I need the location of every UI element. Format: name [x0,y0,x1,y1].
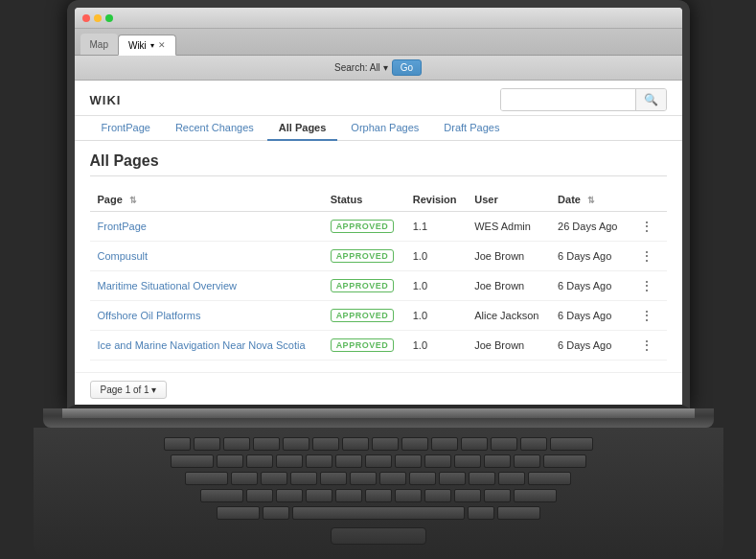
page-link[interactable]: Compusult [98,250,149,262]
cell-page: Maritime Situational Overview [90,271,323,301]
nav-all-pages[interactable]: All Pages [267,116,338,141]
close-button[interactable] [82,14,90,22]
search-all-label[interactable]: Search: All ▾ [334,62,388,73]
browser-titlebar [75,8,682,29]
col-date: Date ⇅ [550,188,629,212]
cell-user: WES Admin [467,212,550,242]
page-content: All Pages Page ⇅ Status Rev [75,141,682,372]
key [261,472,287,485]
key [185,472,228,485]
laptop-screen: Map Wiki ▾ ✕ Search: All ▾ Go [67,0,690,408]
key [484,489,511,502]
cell-page: FrontPage [90,212,323,242]
cell-page: Ice and Marine Navigation Near Nova Scot… [90,331,323,361]
nav-orphan-pages[interactable]: Orphan Pages [339,116,430,141]
laptop-base [43,408,714,428]
key [439,472,466,485]
cell-status: APPROVED [323,242,405,271]
tab-dropdown-icon: ▾ [150,41,154,50]
cell-date: 6 Days Ago [550,271,629,301]
cell-revision: 1.0 [405,331,468,361]
table-row: Offshore Oil Platforms APPROVED 1.0 Alic… [90,301,667,331]
key [454,489,481,502]
status-badge: APPROVED [331,309,395,322]
key [424,454,451,468]
key [424,489,451,502]
cell-user: Joe Brown [467,331,550,361]
row-action-menu[interactable]: ⋮ [636,278,657,293]
keyboard-row-5 [53,506,704,520]
key [350,472,377,485]
key [231,472,258,485]
tab-map-label: Map [90,39,108,50]
page-selector-label: Page 1 of 1 ▾ [101,384,157,395]
row-action-menu[interactable]: ⋮ [636,248,657,264]
cell-date: 26 Days Ago [550,212,629,242]
key [401,437,428,451]
cell-page: Compusult [90,242,323,271]
minimize-button[interactable] [94,14,102,22]
key [200,489,243,502]
key [246,489,273,502]
key [164,437,191,451]
key [543,454,586,468]
keyboard-row-2 [53,454,704,468]
keyboard-rows [53,437,704,520]
page-link[interactable]: Ice and Marine Navigation Near Nova Scot… [98,339,306,351]
laptop: Map Wiki ▾ ✕ Search: All ▾ Go [14,0,743,559]
wiki-search-button[interactable]: 🔍 [635,89,666,110]
page-selector[interactable]: Page 1 of 1 ▾ [90,381,168,399]
cell-actions: ⋮ [629,242,667,271]
tab-close-icon[interactable]: ✕ [158,40,166,50]
key [253,437,280,451]
key [497,506,540,520]
key [469,472,495,485]
nav-draft-pages[interactable]: Draft Pages [432,116,511,141]
cell-revision: 1.0 [405,301,468,331]
key [246,454,273,468]
row-action-menu[interactable]: ⋮ [636,338,657,353]
status-badge: APPROVED [331,249,395,263]
key [276,454,303,468]
table-row: Maritime Situational Overview APPROVED 1… [90,271,667,301]
wiki-search-input[interactable] [501,89,635,110]
page-link[interactable]: Maritime Situational Overview [98,280,238,291]
cell-status: APPROVED [323,271,405,301]
key [528,472,571,485]
pages-table: Page ⇅ Status Revision User Date ⇅ [90,188,667,361]
row-action-menu[interactable]: ⋮ [636,308,657,323]
key [372,437,399,451]
date-sort-icon[interactable]: ⇅ [587,196,595,205]
nav-frontpage[interactable]: FrontPage [90,116,162,141]
key [365,489,392,502]
key [223,437,250,451]
tab-bar: Map Wiki ▾ ✕ [75,29,682,56]
status-badge: APPROVED [331,279,395,292]
cell-revision: 1.1 [405,212,468,242]
cell-date: 6 Days Ago [550,331,629,361]
key [454,454,481,468]
trackpad-area [53,527,704,545]
row-action-menu[interactable]: ⋮ [636,219,657,234]
spacebar-key [292,506,465,520]
key [217,454,243,468]
address-bar: Search: All ▾ Go [75,56,682,81]
tab-wiki[interactable]: Wiki ▾ ✕ [118,35,176,56]
nav-recent-changes[interactable]: Recent Changes [164,116,265,141]
go-button[interactable]: Go [392,59,422,76]
status-badge: APPROVED [331,338,395,352]
key [342,437,369,451]
tab-map[interactable]: Map [80,34,118,55]
status-badge: APPROVED [331,220,395,233]
key [409,472,436,485]
key [395,489,422,502]
key [514,489,557,502]
keyboard-row-4 [53,489,704,502]
maximize-button[interactable] [105,14,113,22]
key [365,454,392,468]
table-row: Compusult APPROVED 1.0 Joe Brown 6 Days … [90,242,667,271]
page-link[interactable]: Offshore Oil Platforms [98,310,201,321]
page-sort-icon[interactable]: ⇅ [129,196,137,205]
trackpad[interactable] [331,527,426,545]
page-link[interactable]: FrontPage [98,221,147,232]
